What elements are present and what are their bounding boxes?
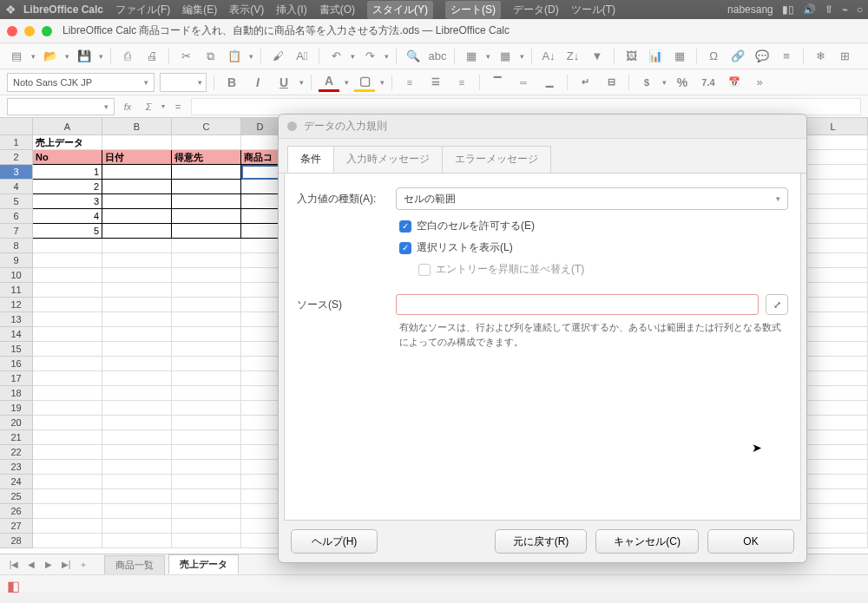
cell[interactable] xyxy=(33,416,102,430)
headersfooters-icon[interactable]: ≡ xyxy=(777,47,796,66)
cell[interactable] xyxy=(102,327,172,342)
cell[interactable] xyxy=(799,430,868,445)
battery-icon[interactable]: ▮▯ xyxy=(782,3,794,16)
cell[interactable] xyxy=(33,298,102,312)
window-minimize-button[interactable] xyxy=(24,26,35,36)
clear-format-icon[interactable]: Aͯ xyxy=(293,47,312,66)
wrap-text-button[interactable]: ↵ xyxy=(575,73,595,92)
cell[interactable] xyxy=(33,283,102,298)
row-header[interactable]: 5 xyxy=(0,194,33,209)
cell[interactable] xyxy=(799,386,868,401)
reset-button[interactable]: 元に戻す(R) xyxy=(495,529,588,554)
cell[interactable] xyxy=(241,386,279,401)
column-header-A[interactable]: A xyxy=(33,118,102,135)
cell[interactable] xyxy=(799,342,868,357)
cell[interactable] xyxy=(241,209,279,224)
align-center-button[interactable]: ☰ xyxy=(425,73,446,92)
cell[interactable] xyxy=(33,357,102,371)
cell[interactable]: 5 xyxy=(33,224,102,239)
cell[interactable] xyxy=(799,239,868,253)
last-sheet-button[interactable]: ▶| xyxy=(59,558,73,572)
hyperlink-icon[interactable]: 🔗 xyxy=(728,47,747,66)
cell[interactable] xyxy=(799,519,868,534)
cell[interactable] xyxy=(172,180,241,194)
cell[interactable] xyxy=(102,489,172,504)
cell[interactable] xyxy=(799,445,868,460)
sort-asc-checkbox[interactable]: エントリーを昇順に並べ替え(T) xyxy=(418,262,788,277)
col-icon[interactable]: ▦ xyxy=(496,47,515,66)
cell[interactable] xyxy=(102,475,172,489)
prev-sheet-button[interactable]: ◀ xyxy=(24,558,38,572)
row-header[interactable]: 24 xyxy=(0,475,33,489)
row-header[interactable]: 17 xyxy=(0,371,33,386)
cell[interactable] xyxy=(172,504,241,519)
cell[interactable] xyxy=(241,342,279,357)
equals-button[interactable]: = xyxy=(170,98,186,115)
row-header[interactable]: 28 xyxy=(0,534,33,548)
dialog-titlebar[interactable]: データの入力規則 xyxy=(279,115,806,139)
cell[interactable]: 3 xyxy=(33,194,102,209)
cell[interactable]: 2 xyxy=(33,180,102,194)
cell[interactable] xyxy=(799,298,868,312)
cell[interactable] xyxy=(241,371,279,386)
row-header[interactable]: 3 xyxy=(0,165,33,180)
cell[interactable] xyxy=(799,475,868,489)
column-header-C[interactable]: C xyxy=(172,118,241,135)
row-header[interactable]: 16 xyxy=(0,357,33,371)
cell[interactable] xyxy=(172,135,241,150)
image-icon[interactable]: 🖼 xyxy=(621,47,641,66)
row-header[interactable]: 18 xyxy=(0,386,33,401)
cell[interactable] xyxy=(33,371,102,386)
select-all-corner[interactable] xyxy=(0,118,33,135)
row-header[interactable]: 11 xyxy=(0,283,33,298)
cell[interactable] xyxy=(172,430,241,445)
cell[interactable]: 4 xyxy=(33,209,102,224)
cell[interactable] xyxy=(241,445,279,460)
cell[interactable] xyxy=(33,445,102,460)
cell[interactable] xyxy=(102,253,172,268)
highlight-button[interactable]: ▢ xyxy=(354,73,375,92)
cell[interactable] xyxy=(172,416,241,430)
cell[interactable] xyxy=(102,283,172,298)
chart-icon[interactable]: 📊 xyxy=(646,47,665,66)
first-sheet-button[interactable]: |◀ xyxy=(7,558,21,572)
cell[interactable] xyxy=(102,180,172,194)
bluetooth-icon[interactable]: ⌁ xyxy=(842,3,848,16)
cell[interactable] xyxy=(33,475,102,489)
cell[interactable] xyxy=(241,460,279,475)
cell[interactable] xyxy=(33,253,102,268)
cell[interactable] xyxy=(241,401,279,416)
paste-icon[interactable]: 📋 xyxy=(225,47,244,66)
cell[interactable] xyxy=(33,342,102,357)
dialog-close-button[interactable] xyxy=(287,121,297,131)
row-header[interactable]: 22 xyxy=(0,445,33,460)
row-header[interactable]: 23 xyxy=(0,460,33,475)
add-sheet-button[interactable]: ＋ xyxy=(76,558,90,572)
cell[interactable] xyxy=(172,475,241,489)
align-top-button[interactable]: ▔ xyxy=(487,73,508,92)
help-button[interactable]: ヘルプ(H) xyxy=(291,529,378,554)
row-header[interactable]: 20 xyxy=(0,416,33,430)
cell[interactable] xyxy=(33,386,102,401)
cell[interactable] xyxy=(172,268,241,283)
user-label[interactable]: nabesang xyxy=(727,3,773,16)
row-header[interactable]: 15 xyxy=(0,342,33,357)
menu-insert[interactable]: 挿入(I) xyxy=(276,3,306,17)
cell[interactable] xyxy=(799,165,868,180)
menu-view[interactable]: 表示(V) xyxy=(229,3,264,17)
row-header[interactable]: 13 xyxy=(0,312,33,327)
find-icon[interactable]: 🔍 xyxy=(404,47,423,66)
cell[interactable] xyxy=(799,489,868,504)
pdf-icon[interactable]: ⎙ xyxy=(118,47,137,66)
name-box[interactable]: ▾ xyxy=(7,98,115,115)
wifi-icon[interactable]: ⥣ xyxy=(825,3,833,16)
cell[interactable] xyxy=(33,519,102,534)
copy-icon[interactable]: ⧉ xyxy=(201,47,220,66)
shrink-button[interactable]: ⤢ xyxy=(766,294,788,315)
column-header-B[interactable]: B xyxy=(102,118,172,135)
cell[interactable] xyxy=(172,327,241,342)
cell[interactable] xyxy=(241,475,279,489)
cell[interactable] xyxy=(172,224,241,239)
cut-icon[interactable]: ✂ xyxy=(176,47,195,66)
cell[interactable] xyxy=(799,371,868,386)
